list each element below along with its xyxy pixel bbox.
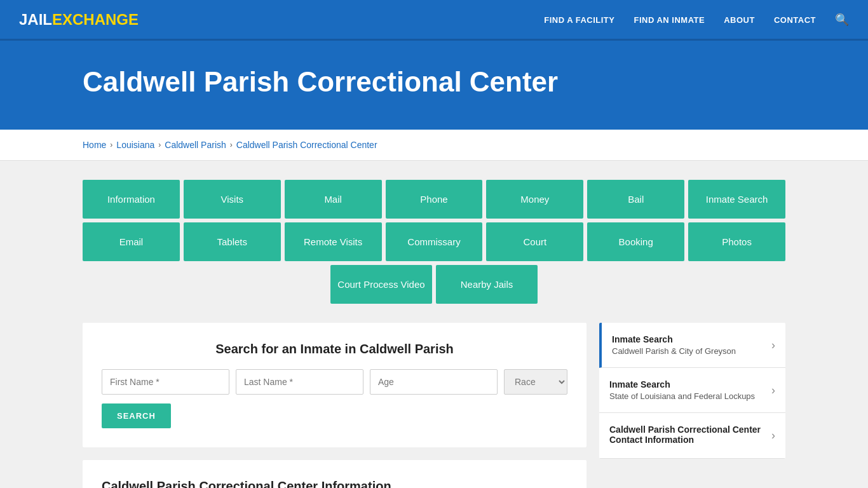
search-title: Search for an Inmate in Caldwell Parish <box>102 342 567 356</box>
nav-find-facility[interactable]: FIND A FACILITY <box>544 14 614 25</box>
sidebar-item-title-state: Inmate Search <box>609 379 755 390</box>
nav-contact[interactable]: CONTACT <box>774 14 816 25</box>
search-fields: Race White Black Hispanic Asian Other <box>102 369 567 395</box>
btn-visits[interactable]: Visits <box>184 180 281 219</box>
btn-booking[interactable]: Booking <box>587 222 684 261</box>
btn-bail[interactable]: Bail <box>587 180 684 219</box>
breadcrumb-caldwell-parish[interactable]: Caldwell Parish <box>165 140 226 150</box>
hero-section: Caldwell Parish Correctional Center <box>0 41 868 130</box>
page-body: Information Visits Mail Phone Money Bail… <box>0 161 868 488</box>
page-title: Caldwell Parish Correctional Center <box>83 66 785 98</box>
breadcrumb-louisiana[interactable]: Louisiana <box>116 140 154 150</box>
btn-nearby-jails[interactable]: Nearby Jails <box>436 265 538 304</box>
sidebar-card: Inmate Search Caldwell Parish & City of … <box>599 323 785 459</box>
sidebar-item-subtitle-state: State of Louisiana and Federal Lockups <box>609 391 755 401</box>
search-box: Search for an Inmate in Caldwell Parish … <box>83 323 587 447</box>
btn-email[interactable]: Email <box>83 222 180 261</box>
btn-mail[interactable]: Mail <box>285 180 382 219</box>
breadcrumb-facility[interactable]: Caldwell Parish Correctional Center <box>236 140 377 150</box>
nav-search-icon[interactable]: 🔍 <box>835 13 849 27</box>
last-name-input[interactable] <box>236 369 363 395</box>
sidebar-item-inmate-search-local[interactable]: Inmate Search Caldwell Parish & City of … <box>599 323 785 368</box>
sidebar-item-contact-info[interactable]: Caldwell Parish Correctional Center Cont… <box>599 413 785 459</box>
btn-tablets[interactable]: Tablets <box>184 222 281 261</box>
btn-commissary[interactable]: Commissary <box>386 222 483 261</box>
breadcrumb-home[interactable]: Home <box>83 140 106 150</box>
btn-photos[interactable]: Photos <box>688 222 785 261</box>
chevron-down-icon-state: › <box>771 384 775 397</box>
sidebar-item-subtitle-local: Caldwell Parish & City of Greyson <box>612 346 736 356</box>
search-button[interactable]: SEARCH <box>102 403 171 428</box>
age-input[interactable] <box>370 369 498 395</box>
btn-phone[interactable]: Phone <box>386 180 483 219</box>
right-panel: Inmate Search Caldwell Parish & City of … <box>599 323 785 488</box>
main-layout: Search for an Inmate in Caldwell Parish … <box>83 323 785 488</box>
nav-about[interactable]: ABOUT <box>724 14 755 25</box>
sidebar-item-inmate-search-state[interactable]: Inmate Search State of Louisiana and Fed… <box>599 368 785 413</box>
nav-links: FIND A FACILITY FIND AN INMATE ABOUT CON… <box>544 13 849 27</box>
left-panel: Search for an Inmate in Caldwell Parish … <box>83 323 587 488</box>
first-name-input[interactable] <box>102 369 229 395</box>
sidebar-item-text-state: Inmate Search State of Louisiana and Fed… <box>609 379 755 401</box>
info-section: Caldwell Parish Correctional Center Info… <box>83 460 587 488</box>
logo-main: JAIL <box>19 11 52 28</box>
btn-information[interactable]: Information <box>83 180 180 219</box>
sidebar-item-title-local: Inmate Search <box>612 334 736 344</box>
breadcrumb-sep-1: › <box>110 140 112 149</box>
sidebar-item-text-contact: Caldwell Parish Correctional Center Cont… <box>609 424 771 447</box>
btn-money[interactable]: Money <box>486 180 583 219</box>
chevron-down-icon-local: › <box>771 339 775 352</box>
sidebar-item-text-local: Inmate Search Caldwell Parish & City of … <box>612 334 736 356</box>
main-nav: JAILEXCHANGE FIND A FACILITY FIND AN INM… <box>0 0 868 41</box>
breadcrumb: Home › Louisiana › Caldwell Parish › Cal… <box>0 130 868 161</box>
race-select[interactable]: Race White Black Hispanic Asian Other <box>504 369 567 395</box>
sidebar-item-title-contact: Caldwell Parish Correctional Center Cont… <box>609 424 771 445</box>
logo-accent: EXCHANGE <box>52 11 139 28</box>
info-title: Caldwell Parish Correctional Center Info… <box>102 479 567 488</box>
chevron-down-icon-contact: › <box>771 429 775 442</box>
breadcrumb-sep-3: › <box>230 140 233 149</box>
btn-court[interactable]: Court <box>486 222 583 261</box>
btn-inmate-search[interactable]: Inmate Search <box>688 180 785 219</box>
breadcrumb-sep-2: › <box>158 140 161 149</box>
btn-court-process-video[interactable]: Court Process Video <box>330 265 432 304</box>
nav-find-inmate[interactable]: FIND AN INMATE <box>634 14 705 25</box>
grid-row-1: Information Visits Mail Phone Money Bail… <box>83 180 785 219</box>
grid-row-3: Court Process Video Nearby Jails <box>83 265 785 304</box>
grid-row-2: Email Tablets Remote Visits Commissary C… <box>83 222 785 261</box>
btn-remote-visits[interactable]: Remote Visits <box>285 222 382 261</box>
logo[interactable]: JAILEXCHANGE <box>19 11 139 29</box>
